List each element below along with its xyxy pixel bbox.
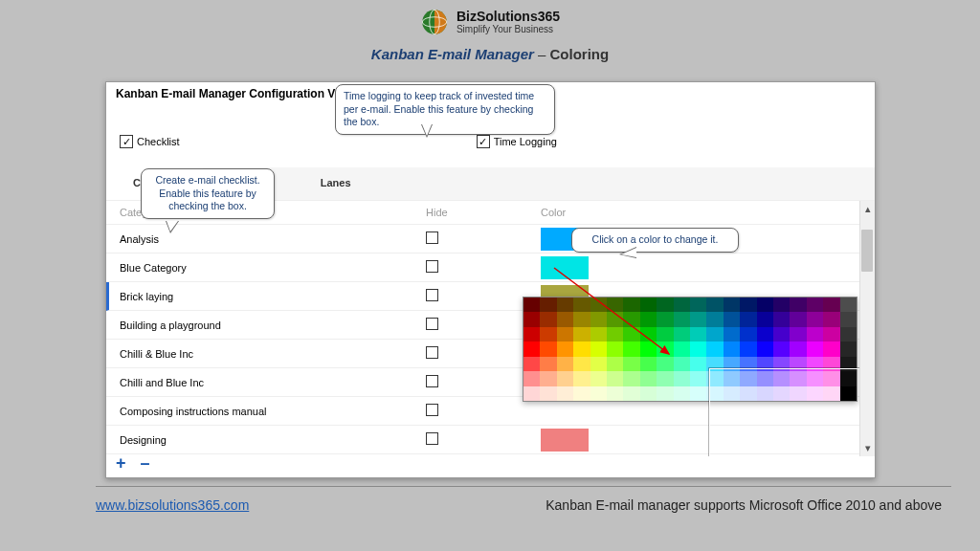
color-cell[interactable] bbox=[773, 298, 790, 312]
website-link[interactable]: www.bizsolutions365.com bbox=[96, 497, 249, 513]
add-row-button[interactable]: + bbox=[116, 453, 126, 473]
color-cell[interactable] bbox=[790, 357, 806, 371]
table-row[interactable]: Designing bbox=[106, 426, 875, 454]
color-cell[interactable] bbox=[640, 298, 657, 312]
color-cell[interactable] bbox=[640, 386, 657, 401]
color-cell[interactable] bbox=[573, 357, 590, 371]
color-cell[interactable] bbox=[573, 386, 590, 401]
color-cell[interactable] bbox=[706, 327, 723, 342]
color-cell[interactable] bbox=[840, 357, 857, 371]
color-cell[interactable] bbox=[607, 386, 623, 401]
color-cell[interactable] bbox=[724, 357, 740, 371]
tab-lanes[interactable]: Lanes bbox=[294, 167, 378, 200]
color-cell[interactable] bbox=[607, 342, 623, 356]
hide-checkbox[interactable] bbox=[426, 375, 438, 387]
color-cell[interactable] bbox=[840, 298, 857, 312]
color-cell[interactable] bbox=[540, 357, 556, 371]
hide-checkbox[interactable] bbox=[426, 260, 438, 273]
color-cell[interactable] bbox=[590, 298, 607, 312]
checkbox-checked-icon[interactable]: ✓ bbox=[477, 135, 490, 148]
color-cell[interactable] bbox=[674, 312, 690, 326]
color-cell[interactable] bbox=[523, 298, 540, 312]
color-cell[interactable] bbox=[523, 312, 540, 326]
table-row[interactable]: Blue Category bbox=[106, 253, 875, 282]
color-cell[interactable] bbox=[640, 327, 657, 342]
color-cell[interactable] bbox=[557, 386, 573, 401]
color-cell[interactable] bbox=[657, 298, 673, 312]
color-cell[interactable] bbox=[724, 371, 740, 386]
hide-checkbox[interactable] bbox=[426, 289, 438, 301]
hide-checkbox[interactable] bbox=[426, 346, 438, 359]
color-cell[interactable] bbox=[706, 298, 723, 312]
color-cell[interactable] bbox=[757, 327, 773, 342]
color-cell[interactable] bbox=[724, 298, 740, 312]
color-cell[interactable] bbox=[706, 312, 723, 326]
color-cell[interactable] bbox=[590, 342, 607, 356]
hide-checkbox[interactable] bbox=[426, 432, 438, 445]
color-cell[interactable] bbox=[607, 371, 623, 386]
color-cell[interactable] bbox=[590, 357, 607, 371]
color-picker[interactable] bbox=[523, 297, 858, 402]
color-cell[interactable] bbox=[657, 327, 673, 342]
color-cell[interactable] bbox=[523, 357, 540, 371]
color-cell[interactable] bbox=[807, 327, 823, 342]
color-cell[interactable] bbox=[523, 342, 540, 356]
color-cell[interactable] bbox=[674, 327, 690, 342]
color-cell[interactable] bbox=[557, 357, 573, 371]
color-cell[interactable] bbox=[607, 357, 623, 371]
color-cell[interactable] bbox=[706, 386, 723, 401]
color-cell[interactable] bbox=[790, 386, 806, 401]
color-cell[interactable] bbox=[540, 342, 556, 356]
color-cell[interactable] bbox=[674, 342, 690, 356]
table-row[interactable]: Analysis bbox=[106, 225, 875, 253]
color-cell[interactable] bbox=[840, 386, 857, 401]
color-cell[interactable] bbox=[724, 327, 740, 342]
color-cell[interactable] bbox=[757, 357, 773, 371]
remove-row-button[interactable]: – bbox=[141, 453, 150, 473]
color-cell[interactable] bbox=[640, 342, 657, 356]
color-cell[interactable] bbox=[623, 371, 639, 386]
color-cell[interactable] bbox=[657, 371, 673, 386]
color-cell[interactable] bbox=[674, 298, 690, 312]
color-cell[interactable] bbox=[740, 298, 756, 312]
color-cell[interactable] bbox=[623, 298, 639, 312]
color-cell[interactable] bbox=[657, 386, 673, 401]
color-cell[interactable] bbox=[523, 327, 540, 342]
color-cell[interactable] bbox=[790, 342, 806, 356]
color-cell[interactable] bbox=[773, 327, 790, 342]
color-cell[interactable] bbox=[690, 312, 706, 326]
color-cell[interactable] bbox=[590, 312, 607, 326]
color-cell[interactable] bbox=[540, 312, 556, 326]
color-cell[interactable] bbox=[823, 327, 839, 342]
color-cell[interactable] bbox=[540, 298, 556, 312]
color-cell[interactable] bbox=[807, 357, 823, 371]
color-cell[interactable] bbox=[790, 312, 806, 326]
color-cell[interactable] bbox=[740, 342, 756, 356]
color-cell[interactable] bbox=[706, 357, 723, 371]
color-cell[interactable] bbox=[757, 312, 773, 326]
color-cell[interactable] bbox=[623, 342, 639, 356]
color-cell[interactable] bbox=[724, 312, 740, 326]
color-swatch[interactable] bbox=[541, 429, 589, 452]
color-cell[interactable] bbox=[640, 357, 657, 371]
hide-checkbox[interactable] bbox=[426, 231, 438, 244]
color-cell[interactable] bbox=[573, 371, 590, 386]
color-cell[interactable] bbox=[840, 342, 857, 356]
scroll-thumb[interactable] bbox=[861, 230, 873, 272]
color-cell[interactable] bbox=[690, 342, 706, 356]
color-cell[interactable] bbox=[623, 327, 639, 342]
color-cell[interactable] bbox=[823, 357, 839, 371]
color-cell[interactable] bbox=[790, 298, 806, 312]
color-cell[interactable] bbox=[807, 298, 823, 312]
color-cell[interactable] bbox=[690, 386, 706, 401]
color-cell[interactable] bbox=[706, 371, 723, 386]
color-cell[interactable] bbox=[773, 371, 790, 386]
color-swatch[interactable] bbox=[541, 400, 589, 423]
color-cell[interactable] bbox=[807, 342, 823, 356]
color-cell[interactable] bbox=[640, 312, 657, 326]
color-cell[interactable] bbox=[623, 386, 639, 401]
color-cell[interactable] bbox=[823, 342, 839, 356]
color-cell[interactable] bbox=[690, 327, 706, 342]
color-cell[interactable] bbox=[573, 342, 590, 356]
color-cell[interactable] bbox=[840, 312, 857, 326]
